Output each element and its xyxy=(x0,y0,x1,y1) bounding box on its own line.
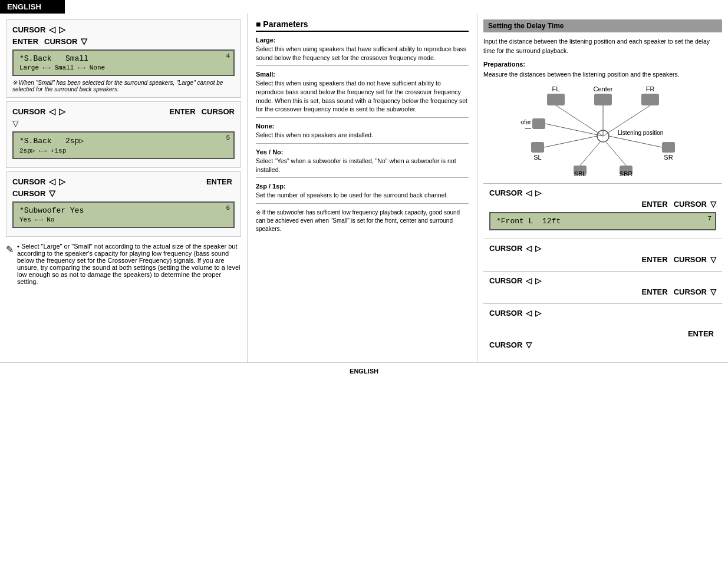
prep-title: Preparations: xyxy=(483,61,722,68)
rs3-enter-label: ENTER xyxy=(642,287,668,296)
cursor-label-3: CURSOR xyxy=(12,177,45,186)
param-yesno-term: Yes / No: xyxy=(256,148,469,156)
fr-label: FR xyxy=(645,85,654,92)
lcd-arrows-1: Large ←→ Small ←→ None xyxy=(19,64,228,71)
rs1-cursor2-label: CURSOR xyxy=(674,200,707,209)
setting-intro: Input the distance between the listening… xyxy=(483,37,722,56)
param-yesno-desc: Select "Yes" when a subwoofer is install… xyxy=(256,157,469,174)
sbr-label: SBR xyxy=(619,170,633,177)
arrow-right-2: ▷ xyxy=(59,107,65,116)
bullet-note-text: • Select "Large" or "Small" not accordin… xyxy=(17,243,241,285)
lcd-arrows-3: Yes ←→ No xyxy=(19,216,228,223)
param-large-desc: Select this when using speakers that hav… xyxy=(256,45,469,62)
param-none: None: Select this when no speakers are i… xyxy=(256,123,469,140)
rs1-enter-row: ENTER CURSOR ▽ xyxy=(489,200,716,209)
sep-4 xyxy=(256,177,469,178)
pencil-icon: ✎ xyxy=(6,244,14,285)
rs4-cursor-label: CURSOR xyxy=(489,309,522,318)
rs2-enter-row: ENTER CURSOR ▽ xyxy=(489,255,716,264)
enter-cursor-row-1: ENTER CURSOR ▽ xyxy=(12,37,235,46)
rs4-arrow-right: ▷ xyxy=(535,309,541,318)
right-sections: CURSOR ◁ ▷ ENTER CURSOR ▽ 7 *Front L 12f… xyxy=(483,183,722,356)
rs1-arrow-right: ▷ xyxy=(535,189,541,197)
rs4-arrow-down: ▽ xyxy=(526,340,532,349)
bullet-note: ✎ • Select "Large" or "Small" not accord… xyxy=(6,243,241,285)
rs4-arrow-left: ◁ xyxy=(526,309,532,318)
rs3-cursor-label: CURSOR xyxy=(489,276,522,285)
param-small-desc: Select this when using speakers that do … xyxy=(256,79,469,114)
section-3: CURSOR ◁ ▷ ENTER CURSOR ▽ 6 *Subwoofer Y… xyxy=(6,171,241,237)
lcd-arrows-2: 2sp▷ ←→ ‹1sp xyxy=(19,147,228,154)
cursor-row-3: CURSOR ◁ ▷ ENTER xyxy=(12,177,235,186)
setting-title: Setting the Delay Time xyxy=(483,19,722,32)
section-1: CURSOR ◁ ▷ ENTER CURSOR ▽ 4 *S.Back Smal… xyxy=(6,19,241,98)
rs3-arrow-left: ◁ xyxy=(526,276,532,285)
rs1-enter-label: ENTER xyxy=(642,200,668,209)
rs4-cursor2-row: CURSOR ▽ xyxy=(489,340,716,349)
section-2: CURSOR ◁ ▷ ENTER CURSOR ▽ 5 *S.Back 2sp▷… xyxy=(6,101,241,168)
header-language: ENGLISH xyxy=(7,2,41,11)
param-none-term: None: xyxy=(256,123,469,130)
rs2-enter-label: ENTER xyxy=(642,255,668,264)
footer-language: ENGLISH xyxy=(350,368,378,375)
param-large-term: Large: xyxy=(256,37,469,44)
cursor-label-2: CURSOR xyxy=(12,107,45,116)
sep-3 xyxy=(256,143,469,144)
lcd-box-2: 5 *S.Back 2sp▷ 2sp▷ ←→ ‹1sp xyxy=(12,131,235,159)
lcd-box-3: 6 *Subwoofer Yes Yes ←→ No xyxy=(12,201,235,228)
param-header: ■ Parameters xyxy=(256,19,469,32)
rs2-arrow-right: ▷ xyxy=(535,244,541,253)
arrow-down-3: ▽ xyxy=(49,189,55,198)
lcd-line-1: *S.Back Small xyxy=(19,54,228,63)
cursor-label-2b: CURSOR xyxy=(202,107,235,116)
rs3-arrow-right: ▷ xyxy=(535,276,541,285)
section1-note: ※ When "Small" has been selected for the… xyxy=(12,80,235,92)
lcd-step-2: 5 xyxy=(226,134,230,141)
rs3-cursor-row: CURSOR ◁ ▷ xyxy=(489,276,716,285)
cursor-row-1: CURSOR ◁ ▷ xyxy=(12,25,235,34)
cursor-row-2: CURSOR ◁ ▷ ENTER CURSOR xyxy=(12,107,235,116)
rs1-lcd: 7 *Front L 12ft xyxy=(489,212,716,230)
rs1-step: 7 xyxy=(707,215,711,222)
right-section-2: CURSOR ◁ ▷ ENTER CURSOR ▽ xyxy=(483,239,722,271)
sbl-line xyxy=(580,142,600,166)
fl-line xyxy=(556,105,603,136)
cursor-row-3b: CURSOR ▽ xyxy=(12,189,235,198)
left-panel: CURSOR ◁ ▷ ENTER CURSOR ▽ 4 *S.Back Smal… xyxy=(0,14,248,362)
arrow-down-1: ▽ xyxy=(81,37,87,46)
arrow-right-3: ▷ xyxy=(59,177,65,186)
rs1-arrow-left: ◁ xyxy=(526,189,532,197)
sr-speaker xyxy=(662,142,675,153)
rs4-enter-row: ENTER xyxy=(489,329,716,338)
param-small: Small: Select this when using speakers t… xyxy=(256,71,469,114)
middle-note: ※ If the subwoofer has sufficient low fr… xyxy=(256,209,469,233)
sl-speaker xyxy=(531,142,544,153)
param-small-term: Small: xyxy=(256,71,469,78)
cursor-label-1: CURSOR xyxy=(12,25,45,34)
param-title: ■ Parameters xyxy=(256,19,308,29)
cursor-label-1b: CURSOR xyxy=(44,37,77,46)
right-section-1: CURSOR ◁ ▷ ENTER CURSOR ▽ 7 *Front L 12f… xyxy=(483,183,722,239)
listening-label: Listening position xyxy=(618,130,663,136)
lcd-line-3: *Subwoofer Yes xyxy=(19,206,228,215)
lcd-box-1: 4 *S.Back Small Large ←→ Small ←→ None xyxy=(12,49,235,76)
sub-label2: — xyxy=(525,125,531,131)
rs4-cursor2-label: CURSOR xyxy=(489,340,522,349)
arrow-down-row-2: ▽ xyxy=(12,118,235,128)
lcd-step-1: 4 xyxy=(226,52,230,59)
arrow-left-2: ◁ xyxy=(49,107,55,116)
header-bar: ENGLISH xyxy=(0,0,65,14)
rs1-cursor-label: CURSOR xyxy=(489,189,522,197)
sub-line xyxy=(545,124,603,136)
right-section-3: CURSOR ◁ ▷ ENTER CURSOR ▽ xyxy=(483,271,722,303)
diagram-svg: FL Center FR Subwoofer — Listening posi xyxy=(521,83,686,177)
rs2-arrow-left: ◁ xyxy=(526,244,532,253)
rs2-cursor-row: CURSOR ◁ ▷ xyxy=(489,244,716,253)
footer: ENGLISH xyxy=(0,362,728,379)
rs4-cursor-row: CURSOR ◁ ▷ xyxy=(489,309,716,318)
rs3-cursor2-label: CURSOR xyxy=(674,287,707,296)
rs2-cursor2-label: CURSOR xyxy=(674,255,707,264)
enter-label-2: ENTER xyxy=(170,107,196,116)
fl-speaker xyxy=(547,94,565,105)
right-section-4: CURSOR ◁ ▷ ENTER CURSOR ▽ xyxy=(483,303,722,356)
